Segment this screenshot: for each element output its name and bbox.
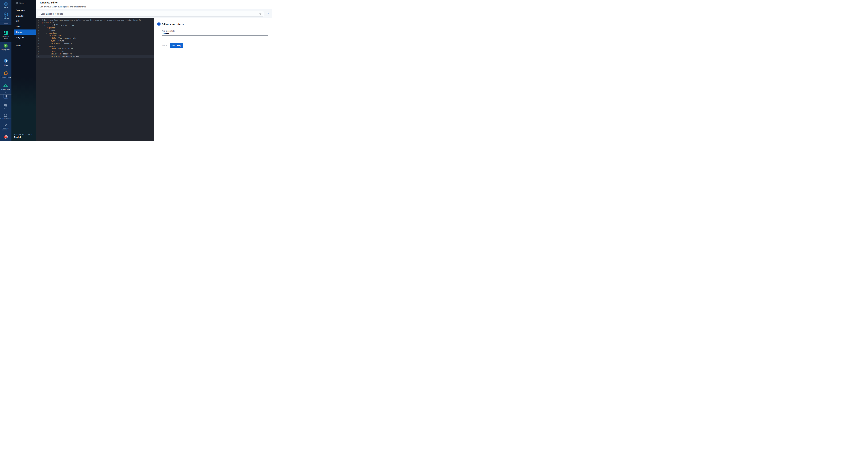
line-number: 13 [36, 50, 39, 53]
back-button[interactable]: Back [160, 43, 169, 48]
field-underline [162, 35, 268, 36]
line-number: 4 [36, 27, 39, 29]
rail-item-deployments[interactable]: ∞ [0, 43, 11, 49]
module-picker-button[interactable] [3, 94, 8, 99]
line-number: 8 [36, 37, 39, 39]
rail-item-label: HELP [0, 107, 11, 109]
credentials-field-label: Your credentials [162, 30, 175, 32]
line-number: 2 [36, 21, 39, 24]
code-text: properties: [42, 32, 59, 34]
rail-item-label: DASHBOARDS [0, 118, 11, 120]
code-text: title: Harness Token [42, 47, 73, 50]
home-icon [3, 1, 8, 7]
sidebar-search[interactable] [11, 1, 36, 5]
sidebar-divider [16, 42, 33, 42]
code-text: ui:widget: password [42, 42, 72, 45]
app-root: HomeProjectsDeveloperPortal∞DeploymentsB… [0, 0, 272, 141]
builds-icon [3, 59, 8, 63]
step-number-badge: 1 [157, 22, 161, 26]
rail-item-home[interactable] [0, 1, 11, 7]
code-line: 10 ui:widget: password [36, 42, 154, 45]
developer-portal-icon [3, 30, 8, 35]
code-line: 6 properties: [36, 32, 154, 34]
sidebar-item-api[interactable]: API [11, 19, 36, 24]
rail-item-label: Home [0, 7, 11, 8]
sidebar-item-docs[interactable]: Docs [11, 25, 36, 29]
code-line: 3 - title: Fill in some steps [36, 24, 154, 27]
template-toolbar: Load Existing Template ✕ [36, 9, 272, 18]
code-text: # Edit the template parameters below to … [42, 19, 141, 21]
page-subtitle: Edit, preview, and try out templates and… [39, 6, 86, 8]
rail-item-label: Projects [0, 18, 11, 19]
rail-item-projects[interactable] [0, 12, 11, 18]
watermark-bar [28, 117, 36, 120]
line-number: 3 [36, 24, 39, 27]
sidebar-item-create[interactable]: Create [14, 30, 36, 35]
projects-icon [3, 12, 8, 17]
rail-item-feature-flags[interactable] [0, 71, 11, 76]
svg-text:?: ? [5, 104, 5, 106]
sidebar-footer: INTERNAL DEVELOPER Portal [14, 134, 32, 139]
line-number: 1 [36, 19, 39, 21]
code-line: 14 ui:widget: password [36, 53, 154, 55]
gear-icon [4, 124, 7, 127]
code-line: 12 title: Harness Token [36, 47, 154, 50]
code-text: title: Your credentials [42, 37, 76, 39]
rail-item-help[interactable]: ? [0, 104, 11, 108]
code-line: 5 - name [36, 29, 154, 32]
module-nav-rail: HomeProjectsDeveloperPortal∞DeploymentsB… [0, 0, 11, 141]
rail-item-label: SETTINGS [0, 129, 11, 131]
code-line: 13 type: string [36, 50, 154, 53]
code-text: - name [42, 29, 55, 32]
cloud-costs-icon: $ [3, 84, 8, 88]
load-template-dropdown[interactable]: Load Existing Template [38, 11, 264, 17]
line-number: 9 [36, 39, 39, 42]
dropdown-caret-icon [259, 13, 261, 14]
template-form-preview: 1 Fill in some steps Your credentials ••… [154, 18, 272, 141]
code-line: 1# Edit the template parameters below to… [36, 19, 154, 21]
search-input[interactable] [19, 2, 35, 5]
yaml-code-editor[interactable]: 1# Edit the template parameters below to… [36, 18, 154, 141]
line-number: 5 [36, 29, 39, 32]
line-number: 6 [36, 32, 39, 34]
code-text: type: string [42, 50, 64, 53]
sidebar-footer-title: Portal [14, 136, 32, 139]
dropdown-value: Load Existing Template [41, 11, 63, 17]
rail-item-dashboards[interactable] [0, 114, 11, 118]
step-title: Fill in some steps [162, 23, 184, 26]
sidebar-item-register[interactable]: Register [11, 35, 36, 39]
deployments-icon: ∞ [3, 43, 8, 48]
user-avatar[interactable]: HM [4, 135, 8, 139]
close-icon[interactable]: ✕ [266, 12, 270, 16]
code-line: 4 required: [36, 27, 154, 29]
code-text: secretValue: [42, 34, 62, 37]
next-step-button[interactable]: Next step [170, 43, 183, 48]
grid-icon [5, 95, 7, 97]
code-text: required: [42, 27, 56, 29]
code-text: ui:widget: password [42, 53, 72, 55]
rail-item-account-settings[interactable] [0, 124, 11, 127]
rail-drag-handle[interactable] [4, 23, 8, 24]
line-number: 10 [36, 42, 39, 45]
rail-item-developer-portal[interactable] [0, 30, 11, 36]
sidebar-item-overview[interactable]: Overview [11, 8, 36, 12]
rail-item-label: ACCOUNT [0, 127, 11, 129]
code-line: 11 token: [36, 45, 154, 47]
developer-portal-sidebar: OverviewCatalogAPIDocsCreateRegisterAdmi… [11, 0, 36, 141]
code-text: - title: Fill in some steps [42, 24, 74, 27]
sidebar-item-catalog[interactable]: Catalog [11, 14, 36, 18]
rail-item-cloud-costs[interactable]: $ [0, 84, 11, 89]
code-text: type: string [42, 39, 64, 42]
sidebar-item-admin[interactable]: Admin [11, 43, 36, 48]
dashboards-icon [4, 114, 7, 117]
code-text: ui:field: HarnessAuthToken [42, 55, 79, 58]
code-text: parameters: [42, 21, 54, 24]
credentials-password-field[interactable]: ••••••• [162, 32, 169, 34]
code-line: 8 title: Your credentials [36, 37, 154, 39]
svg-text:$: $ [5, 85, 6, 88]
rail-item-label: Portal [0, 38, 11, 40]
rail-item-builds[interactable] [0, 59, 11, 64]
line-number: 15 [36, 55, 39, 58]
code-text: token: [42, 45, 55, 47]
chevron-down-icon[interactable] [4, 92, 7, 93]
